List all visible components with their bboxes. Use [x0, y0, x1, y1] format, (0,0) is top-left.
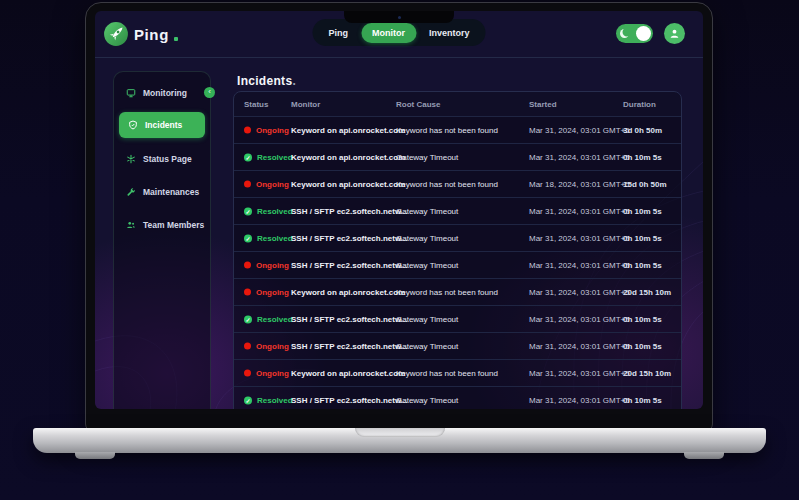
table-header: Status Monitor Root Cause Started Durati…	[234, 92, 681, 116]
table-row[interactable]: Ongoing Keyword on api.onrocket.com Keyw…	[234, 278, 681, 305]
table-row[interactable]: Resolved SSH / SFTP ec2.softech.netw... …	[234, 197, 681, 224]
started-cell: Mar 31, 2024, 03:01 GMT+5	[529, 153, 630, 162]
app-window: Ping Ping Monitor Inventory	[95, 11, 703, 409]
duration-cell: 0h 10m 5s	[623, 261, 662, 270]
status-cell: Ongoing	[244, 342, 289, 351]
root-cause-cell: Gateway Timeout	[396, 234, 458, 243]
tab-monitor[interactable]: Monitor	[361, 23, 416, 43]
status-cell: Ongoing	[244, 126, 289, 135]
table-row[interactable]: Ongoing SSH / SFTP ec2.softech.netw... G…	[234, 251, 681, 278]
sidebar-item-maintenances[interactable]: Maintenances	[114, 175, 210, 208]
sidebar-item-monitoring[interactable]: Monitoring	[114, 76, 210, 109]
status-label: Ongoing	[256, 369, 289, 378]
chevron-left-icon: ‹	[208, 87, 211, 96]
status-cell: Resolved	[244, 207, 293, 216]
started-cell: Mar 31, 2024, 03:01 GMT+5	[529, 369, 630, 378]
team-icon	[126, 220, 136, 230]
status-cell: Ongoing	[244, 288, 289, 297]
rocket-icon	[103, 21, 129, 47]
status-label: Ongoing	[256, 126, 289, 135]
root-cause-cell: Keyword has not been found	[396, 369, 498, 378]
monitor-cell: SSH / SFTP ec2.softech.netw...	[291, 207, 407, 216]
status-cell: Resolved	[244, 396, 293, 405]
user-avatar[interactable]	[664, 23, 685, 44]
status-icon	[244, 396, 252, 404]
monitor-cell: SSH / SFTP ec2.softech.netw...	[291, 315, 407, 324]
duration-cell: 0h 10m 5s	[623, 234, 662, 243]
monitor-cell: SSH / SFTP ec2.softech.netw...	[291, 234, 407, 243]
monitor-cell: SSH / SFTP ec2.softech.netw...	[291, 342, 407, 351]
started-cell: Mar 31, 2024, 03:01 GMT+5	[529, 207, 630, 216]
laptop-lid-notch	[355, 428, 445, 437]
table-row[interactable]: Ongoing Keyword on api.onrocket.com Keyw…	[234, 116, 681, 143]
root-cause-cell: Gateway Timeout	[396, 261, 458, 270]
page-title: Incidents.	[237, 74, 296, 88]
status-label: Ongoing	[256, 261, 289, 270]
duration-cell: 20d 15h 10m	[623, 288, 671, 297]
started-cell: Mar 31, 2024, 03:01 GMT+5	[529, 288, 630, 297]
moon-icon	[620, 29, 629, 38]
status-icon	[244, 181, 251, 188]
brand-name: Ping	[134, 26, 169, 43]
root-cause-cell: Keyword has not been found	[396, 126, 498, 135]
sidebar-item-team-members[interactable]: Team Members	[114, 208, 210, 241]
table-row[interactable]: Resolved SSH / SFTP ec2.softech.netw... …	[234, 386, 681, 409]
laptop-screen: Ping Ping Monitor Inventory	[85, 2, 713, 432]
table-row[interactable]: Ongoing Keyword on api.onrocket.com Keyw…	[234, 170, 681, 197]
dark-mode-toggle[interactable]	[616, 24, 653, 43]
column-header-started[interactable]: Started	[529, 100, 557, 109]
laptop-foot	[684, 452, 724, 459]
duration-cell: 20d 15h 10m	[623, 369, 671, 378]
sidebar-item-status-page[interactable]: Status Page	[114, 142, 210, 175]
status-icon	[244, 315, 252, 323]
table-row[interactable]: Ongoing SSH / SFTP ec2.softech.netw... G…	[234, 332, 681, 359]
camera-notch	[344, 11, 454, 23]
root-cause-cell: Gateway Timeout	[396, 396, 458, 405]
tab-inventory[interactable]: Inventory	[418, 23, 481, 43]
monitor-cell: Keyword on api.onrocket.com	[291, 126, 405, 135]
table-row[interactable]: Resolved SSH / SFTP ec2.softech.netw... …	[234, 305, 681, 332]
monitor-cell: Keyword on api.onrocket.com	[291, 180, 405, 189]
brand-accent-dot	[174, 37, 178, 41]
asterisk-icon	[126, 154, 136, 164]
status-icon	[244, 289, 251, 296]
status-cell: Resolved	[244, 315, 293, 324]
table-row[interactable]: Resolved SSH / SFTP ec2.softech.netw... …	[234, 224, 681, 251]
monitor-cell: Keyword on api.onrocket.com	[291, 369, 405, 378]
root-cause-cell: Keyword has not been found	[396, 180, 498, 189]
column-header-monitor[interactable]: Monitor	[291, 100, 320, 109]
started-cell: Mar 31, 2024, 03:01 GMT+5	[529, 261, 630, 270]
column-header-duration[interactable]: Duration	[623, 100, 656, 109]
duration-cell: 0h 10m 5s	[623, 396, 662, 405]
status-icon	[244, 153, 252, 161]
duration-cell: 3d 0h 50m	[623, 126, 662, 135]
table-row[interactable]: Ongoing Keyword on api.onrocket.com Keyw…	[234, 359, 681, 386]
laptop-foot	[75, 452, 115, 459]
table-row[interactable]: Resolved Keyword on api.onrocket.com Gat…	[234, 143, 681, 170]
status-label: Resolved	[257, 153, 293, 162]
tab-ping[interactable]: Ping	[317, 23, 359, 43]
started-cell: Mar 31, 2024, 03:01 GMT+5	[529, 396, 630, 405]
status-label: Resolved	[257, 234, 293, 243]
monitor-cell: SSH / SFTP ec2.softech.netw...	[291, 396, 407, 405]
column-header-status[interactable]: Status	[244, 100, 268, 109]
duration-cell: 15d 0h 50m	[623, 180, 667, 189]
shield-check-icon	[128, 120, 138, 130]
webcam-icon	[398, 16, 401, 19]
collapse-sidebar-button[interactable]: ‹	[204, 87, 215, 98]
status-cell: Resolved	[244, 234, 293, 243]
status-label: Resolved	[257, 207, 293, 216]
column-header-root-cause[interactable]: Root Cause	[396, 100, 440, 109]
started-cell: Mar 31, 2024, 03:01 GMT+5	[529, 126, 630, 135]
monitor-icon	[126, 88, 136, 98]
wrench-icon	[126, 187, 136, 197]
sidebar: ‹ Monitoring	[113, 71, 211, 409]
brand-logo[interactable]: Ping	[103, 21, 178, 47]
duration-cell: 0h 10m 5s	[623, 207, 662, 216]
sidebar-item-incidents[interactable]: Incidents	[119, 112, 205, 138]
sidebar-item-label: Incidents	[145, 120, 182, 130]
sidebar-item-label: Team Members	[143, 220, 204, 230]
status-label: Resolved	[257, 396, 293, 405]
status-cell: Resolved	[244, 153, 293, 162]
status-icon	[244, 262, 251, 269]
